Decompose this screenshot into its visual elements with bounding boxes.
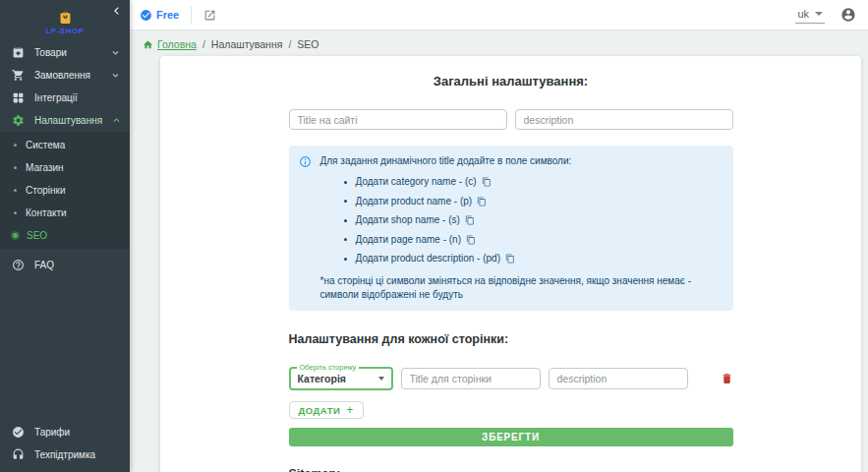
sidebar-item-settings[interactable]: Налаштування xyxy=(0,109,130,132)
page-title-input[interactable] xyxy=(401,368,541,389)
breadcrumb-home-link[interactable]: Головна xyxy=(143,38,197,50)
symbol-text: Додати product name - (p) xyxy=(356,195,473,208)
shopping-cart-icon xyxy=(12,69,25,82)
sidebar-item-support[interactable]: Техпідтримка xyxy=(0,443,130,466)
language-select[interactable]: uk xyxy=(795,7,825,24)
sidebar-subitem-pages[interactable]: Сторінки xyxy=(0,179,130,202)
info-intro-text: Для задання динамічного title додайте в … xyxy=(320,154,722,168)
plan-badge[interactable]: Free xyxy=(140,9,179,22)
breadcrumb-seo: SEO xyxy=(297,38,318,50)
site-description-input[interactable] xyxy=(515,109,733,130)
copy-icon[interactable] xyxy=(477,197,487,206)
archive-box-icon xyxy=(12,46,25,59)
per-page-heading: Налаштування для кожної сторінки: xyxy=(289,332,733,346)
language-value: uk xyxy=(797,8,809,20)
symbols-footnote: *на сторінці ці символи зміняться на від… xyxy=(320,274,722,302)
sidebar-subitem-label: Контакти xyxy=(26,207,67,218)
home-icon xyxy=(143,39,153,50)
breadcrumb-home-label: Головна xyxy=(157,38,197,50)
sidebar-subitem-seo[interactable]: SEO xyxy=(0,224,130,247)
page-select[interactable]: Оберіть сторінку Категорія xyxy=(289,367,393,390)
symbol-text: Додати shop name - (s) xyxy=(356,213,460,227)
sidebar-item-tariffs[interactable]: Тарифи xyxy=(0,421,130,443)
headset-icon xyxy=(12,448,25,461)
symbol-item: Додати page name - (n) xyxy=(344,233,722,247)
sidebar-subitem-contacts[interactable]: Контакти xyxy=(0,202,130,224)
topbar-right: uk xyxy=(795,7,856,24)
open-in-new-icon[interactable] xyxy=(203,9,216,22)
copy-icon[interactable] xyxy=(505,254,515,264)
symbol-item: Додати shop name - (s) xyxy=(344,213,722,227)
brand-name: LP-SHOP xyxy=(45,27,84,35)
sidebar-item-integrations[interactable]: Інтеграції xyxy=(0,87,130,109)
caret-down-icon xyxy=(815,12,823,16)
sidebar-item-label: Замовлення xyxy=(34,70,101,81)
general-settings-heading: Загальні налаштування: xyxy=(289,74,733,88)
per-page-section: Налаштування для кожної сторінки: Оберіт… xyxy=(289,332,733,446)
seo-settings-card: Загальні налаштування: Для задання динам… xyxy=(160,56,861,472)
seo-form: Загальні налаштування: Для задання динам… xyxy=(289,74,733,472)
sidebar-item-orders[interactable]: Замовлення xyxy=(0,64,130,87)
sidebar-subitem-label: Магазин xyxy=(26,162,64,173)
sidebar-header: LP-SHOP xyxy=(0,0,130,41)
sidebar-nav: Товари Замовлення Інтеграції Налаштув xyxy=(0,41,130,276)
symbol-item: Додати product name - (p) xyxy=(344,195,722,208)
content: Головна / Налаштування / SEO Загальні на… xyxy=(130,30,868,472)
page-description-input[interactable] xyxy=(549,368,688,389)
sidebar-collapse-chevron-left-icon[interactable] xyxy=(112,6,122,16)
copy-icon[interactable] xyxy=(482,177,492,187)
chevron-down-icon xyxy=(111,71,120,80)
add-row-button[interactable]: Додати + xyxy=(289,401,364,419)
sidebar: LP-SHOP Товари Замовлення xyxy=(0,0,130,472)
symbol-text: Додати product description - (pd) xyxy=(356,252,501,266)
breadcrumb-separator: / xyxy=(203,38,205,50)
page-select-label: Оберіть сторінку xyxy=(297,363,360,372)
sidebar-subitem-label: SEO xyxy=(27,230,47,241)
help-circle-icon xyxy=(12,259,25,271)
sidebar-subitem-system[interactable]: Система xyxy=(0,134,130,156)
bullet-dot-icon xyxy=(14,211,17,214)
topbar-divider xyxy=(191,6,192,24)
plan-label: Free xyxy=(156,9,179,21)
sidebar-subitem-label: Сторінки xyxy=(26,185,66,196)
settings-submenu: Система Магазин Сторінки Контакти SEO xyxy=(0,132,130,249)
verified-check-icon xyxy=(140,9,152,22)
sidebar-subitem-shop[interactable]: Магазин xyxy=(0,156,130,179)
grid-apps-icon xyxy=(12,91,25,104)
save-button[interactable]: Зберегти xyxy=(289,428,733,446)
info-box-body: Для задання динамічного title додайте в … xyxy=(320,154,722,302)
sidebar-item-label: Тарифи xyxy=(34,427,120,438)
sidebar-item-label: Техпідтримка xyxy=(34,449,120,460)
symbol-list: Додати category name - (c) Додати produc… xyxy=(344,175,722,266)
general-fields-row xyxy=(289,109,733,130)
topbar: Free uk xyxy=(130,0,868,30)
sidebar-item-label: FAQ xyxy=(34,260,120,270)
sidebar-item-products[interactable]: Товари xyxy=(0,41,130,64)
breadcrumb-settings: Налаштування xyxy=(211,38,283,50)
main-area: Free uk Головна / Налаштування xyxy=(130,0,868,472)
delete-row-trash-icon[interactable] xyxy=(721,372,733,385)
gear-icon xyxy=(12,114,25,127)
symbol-text: Додати category name - (c) xyxy=(356,175,477,189)
copy-icon[interactable] xyxy=(466,235,476,245)
sidebar-bottom: Тарифи Техпідтримка xyxy=(0,421,130,472)
bullet-dot-icon xyxy=(14,144,17,147)
symbol-text: Додати page name - (n) xyxy=(356,233,462,247)
chevron-up-icon xyxy=(112,116,121,125)
dynamic-title-info-box: Для задання динамічного title додайте в … xyxy=(289,146,733,311)
symbol-item: Додати product description - (pd) xyxy=(344,252,722,266)
symbol-item: Додати category name - (c) xyxy=(344,175,722,189)
site-title-input[interactable] xyxy=(289,109,507,130)
sidebar-item-label: Налаштування xyxy=(34,115,102,126)
sidebar-item-label: Інтеграції xyxy=(34,92,120,103)
bullet-dot-icon xyxy=(14,166,17,169)
sidebar-item-faq[interactable]: FAQ xyxy=(0,254,130,276)
breadcrumb-separator: / xyxy=(288,38,291,50)
copy-icon[interactable] xyxy=(465,215,475,225)
per-page-row: Оберіть сторінку Категорія xyxy=(289,367,733,390)
page-select-value: Категорія xyxy=(298,373,378,384)
account-icon[interactable] xyxy=(840,7,856,23)
active-dot-icon xyxy=(13,233,18,238)
sitemap-heading: Sitemap: xyxy=(289,467,733,472)
bullet-dot-icon xyxy=(14,189,17,192)
